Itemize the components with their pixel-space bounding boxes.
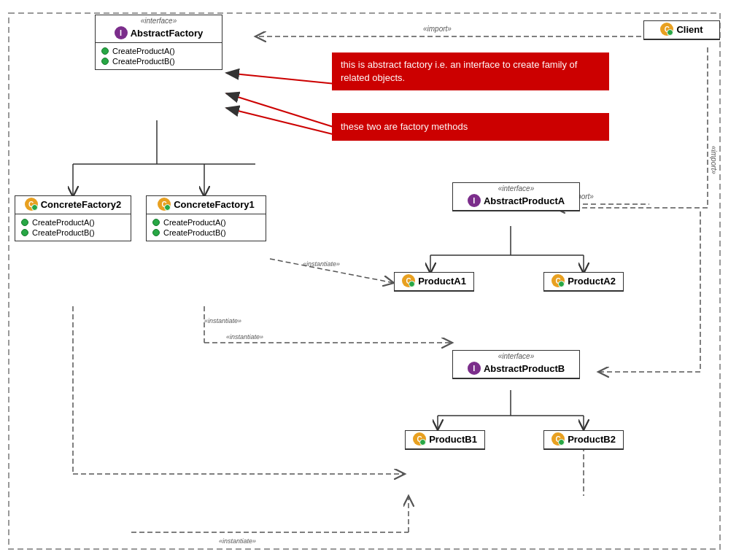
product-a2-box: C ProductA2 <box>543 272 624 292</box>
diagram-container: «import» «import» «import» «instantiate»… <box>0 0 747 560</box>
class-icon-pb2: C <box>551 432 565 446</box>
cf1-title: C ConcreteFactory1 <box>147 196 266 214</box>
cf2-title: C ConcreteFactory2 <box>15 196 131 214</box>
product-a1-box: C ProductA1 <box>394 272 474 292</box>
class-icon-cf2: C <box>25 198 38 211</box>
svg-line-35 <box>226 73 336 84</box>
class-icon: C <box>660 23 673 36</box>
method-dot <box>101 58 109 65</box>
interface-icon-apa: I <box>468 194 481 207</box>
abstract-factory-body: CreateProductA() CreateProductB() <box>96 43 222 69</box>
svg-line-17 <box>270 259 394 283</box>
svg-text:«import»: «import» <box>710 146 718 174</box>
dot <box>152 229 160 236</box>
svg-text:«instantiate»: «instantiate» <box>303 260 340 268</box>
product-b1-box: C ProductB1 <box>405 430 485 450</box>
class-icon-pa1: C <box>402 274 415 287</box>
concrete-factory2-box: C ConcreteFactory2 CreateProductA() Crea… <box>15 195 131 241</box>
callout-abstract-factory: this is abstract factory i.e. an interfa… <box>332 52 609 90</box>
cf1-method2: CreateProductB() <box>152 228 260 238</box>
concrete-factory1-box: C ConcreteFactory1 CreateProductA() Crea… <box>146 195 266 241</box>
dot <box>152 219 160 226</box>
apa-stereotype: «interface» <box>453 183 579 192</box>
apb-stereotype: «interface» <box>453 351 579 360</box>
apa-title: I AbstractProductA <box>453 192 579 211</box>
svg-line-37 <box>226 108 336 135</box>
client-box: C Client <box>643 20 720 40</box>
cf2-method2: CreateProductB() <box>21 228 125 238</box>
method-createproductb: CreateProductB() <box>101 56 216 66</box>
pb1-title: C ProductB1 <box>406 431 484 449</box>
interface-icon-apb: I <box>468 362 481 375</box>
pa2-title: C ProductA2 <box>544 273 623 291</box>
cf1-method1: CreateProductA() <box>152 217 260 228</box>
svg-text:«import»: «import» <box>423 25 452 33</box>
svg-text:«instantiate»: «instantiate» <box>204 317 241 324</box>
method-dot <box>101 47 109 55</box>
svg-text:«instantiate»: «instantiate» <box>219 537 256 545</box>
client-title: C Client <box>644 21 719 39</box>
svg-text:«instantiate»: «instantiate» <box>226 333 263 341</box>
cf1-body: CreateProductA() CreateProductB() <box>147 214 266 241</box>
apb-title: I AbstractProductB <box>453 360 579 378</box>
dot <box>21 229 28 236</box>
cf2-body: CreateProductA() CreateProductB() <box>15 214 131 241</box>
abstract-product-b-box: «interface» I AbstractProductB <box>452 350 580 379</box>
callout-factory-methods: these two are factory methods <box>332 113 609 141</box>
method-createproducta: CreateProductA() <box>101 46 216 56</box>
product-b2-box: C ProductB2 <box>543 430 624 450</box>
abstract-factory-title: I AbstractFactory <box>96 25 222 43</box>
class-icon-pa2: C <box>551 274 565 287</box>
svg-line-36 <box>226 93 336 128</box>
cf2-method1: CreateProductA() <box>21 217 125 228</box>
pa1-title: C ProductA1 <box>395 273 473 291</box>
class-icon-cf1: C <box>158 198 171 211</box>
class-icon-pb1: C <box>413 432 426 446</box>
pb2-title: C ProductB2 <box>544 431 623 449</box>
dot <box>21 219 28 226</box>
abstract-factory-stereotype: «interface» <box>96 15 222 25</box>
abstract-factory-box: «interface» I AbstractFactory CreateProd… <box>95 15 222 70</box>
interface-icon: I <box>115 26 128 39</box>
abstract-product-a-box: «interface» I AbstractProductA <box>452 182 580 211</box>
